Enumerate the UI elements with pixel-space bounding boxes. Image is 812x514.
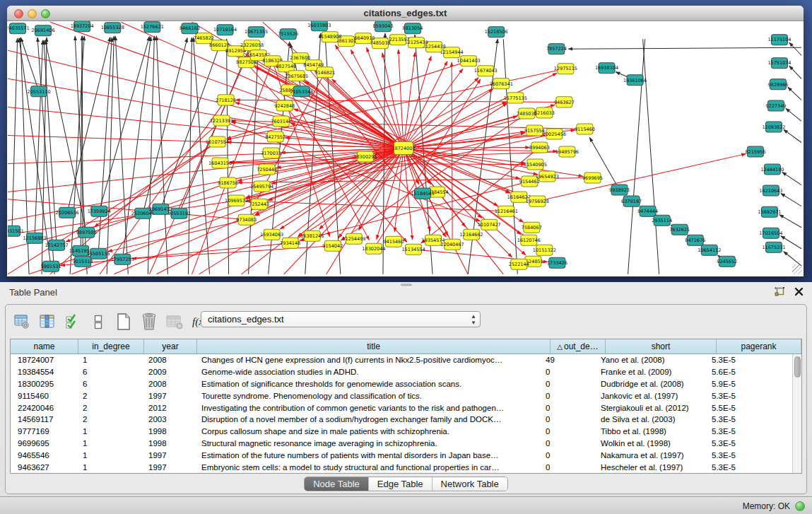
tab-edge-table[interactable]: Edge Table: [369, 477, 433, 491]
column-header-year[interactable]: year: [144, 339, 197, 354]
table-row[interactable]: 1830029562008Estimation of significance …: [11, 378, 792, 390]
graph-node[interactable]: 16210643: [759, 185, 782, 196]
graph-node[interactable]: 9245652: [717, 256, 737, 267]
graph-node[interactable]: 8994063: [529, 142, 550, 153]
graph-node[interactable]: 9157554: [524, 125, 545, 136]
graph-node[interactable]: 5901531: [41, 261, 61, 271]
graph-node[interactable]: 12164662: [460, 229, 483, 240]
graph-node[interactable]: 17016504: [759, 228, 782, 238]
table-row[interactable]: 946362711997Embryonic stem cells: a mode…: [11, 462, 792, 474]
graph-node[interactable]: 15218506: [485, 27, 508, 37]
graph-node[interactable]: 19654923: [536, 171, 559, 182]
close-panel-icon[interactable]: [794, 286, 804, 299]
column-header-in_degree[interactable]: in_degree: [78, 339, 144, 354]
graph-node[interactable]: 18724007: [392, 141, 415, 154]
graph-node[interactable]: 9146821: [314, 67, 335, 78]
graph-node[interactable]: 7250448: [257, 164, 277, 175]
graph-node[interactable]: 16107554: [206, 136, 229, 147]
graph-node[interactable]: 15495794: [250, 181, 273, 192]
tab-network-table[interactable]: Network Table: [433, 477, 507, 491]
merge-rows-button[interactable]: [88, 312, 109, 332]
graph-node[interactable]: 16938104: [595, 63, 618, 74]
graph-node[interactable]: 18937204: [71, 21, 94, 32]
delete-table-button[interactable]: [139, 312, 160, 332]
graph-node[interactable]: 9242848: [274, 100, 295, 111]
graph-node[interactable]: 12975115: [554, 64, 577, 74]
graph-node[interactable]: 10025458: [543, 129, 566, 139]
graph-node[interactable]: 2522144: [509, 259, 529, 269]
graph-node[interactable]: 16033803: [307, 21, 331, 31]
graph-node[interactable]: 1733426: [547, 257, 567, 268]
graph-node[interactable]: 7603144: [271, 116, 291, 127]
graph-node[interactable]: 3170031: [261, 148, 281, 158]
graph-node[interactable]: 7515526: [278, 29, 298, 40]
delete-column-button-disabled[interactable]: [164, 312, 185, 332]
graph-node[interactable]: 15276621: [141, 22, 164, 33]
graph-node[interactable]: 9186756: [218, 177, 238, 188]
graph-node[interactable]: 19756928: [526, 196, 549, 206]
graph-node[interactable]: 9474444: [637, 206, 658, 216]
graph-node[interactable]: 7934148: [280, 238, 300, 248]
graph-node[interactable]: 9897588: [76, 227, 97, 238]
graph-node[interactable]: 18300295: [353, 151, 377, 162]
table-row[interactable]: 1938455462009Genome-wide association stu…: [11, 366, 792, 378]
table-row[interactable]: 946554611997Estimation of the future num…: [11, 450, 792, 462]
graph-node[interactable]: 21053346: [290, 86, 313, 97]
graph-node[interactable]: 22040467: [441, 239, 464, 250]
graph-node[interactable]: 10553191: [167, 208, 191, 218]
table-row[interactable]: 969969511998Structural magnetic resonanc…: [11, 438, 792, 450]
graph-node[interactable]: 10671355: [245, 27, 268, 37]
column-header-title[interactable]: title: [197, 339, 551, 354]
column-header-out_de[interactable]: △out_de…: [551, 339, 606, 354]
graph-node[interactable]: 7632621: [669, 224, 690, 235]
graph-node[interactable]: 15934063: [260, 229, 283, 240]
graph-node[interactable]: 10107427: [478, 219, 501, 230]
graph-node[interactable]: 8593043: [372, 21, 393, 32]
graph-node[interactable]: 19361066: [623, 75, 647, 86]
graph-node[interactable]: 11675331: [762, 242, 785, 252]
graph-node[interactable]: 9829966: [767, 79, 788, 90]
graph-node[interactable]: 20553110: [28, 86, 51, 97]
float-panel-icon[interactable]: [775, 286, 784, 299]
graph-node[interactable]: 15134554: [401, 244, 425, 255]
graph-node[interactable]: 10969570: [225, 195, 248, 206]
select-rows-checks-button[interactable]: [62, 312, 83, 332]
graph-node[interactable]: 9734083: [236, 214, 257, 225]
graph-node[interactable]: 9154042: [322, 240, 343, 251]
graph-node[interactable]: 18302044: [362, 243, 385, 254]
graph-node[interactable]: 11540905: [524, 159, 547, 170]
graph-node[interactable]: 9015318: [73, 256, 93, 267]
table-selector-dropdown[interactable]: citations_edges.txt ▲▼: [201, 311, 481, 327]
graph-node[interactable]: 12156883: [23, 233, 47, 243]
graph-node[interactable]: 10151322: [533, 245, 556, 255]
graph-node[interactable]: 9699695: [582, 173, 603, 183]
graph-node[interactable]: 15775135: [504, 93, 527, 103]
graph-node[interactable]: 16043150: [208, 158, 232, 168]
graph-node[interactable]: 17359924: [88, 206, 111, 216]
graph-node[interactable]: 12444190: [760, 164, 784, 175]
graph-node[interactable]: 7252443: [249, 199, 269, 209]
table-row[interactable]: 911546021997Tourette syndrome. Phenomeno…: [11, 390, 792, 402]
graph-node[interactable]: 10719164: [213, 25, 237, 35]
graph-node[interactable]: 2935114: [652, 215, 672, 226]
table-row[interactable]: 1456911722003Disruption of a novel membe…: [11, 414, 792, 426]
table-row[interactable]: 1872400712008Changes of HCN gene express…: [11, 354, 792, 366]
graph-node[interactable]: 8215956: [745, 146, 765, 157]
graph-node[interactable]: 16076341: [490, 78, 513, 89]
graph-node[interactable]: 7857224: [546, 44, 567, 54]
graph-node[interactable]: 19495796: [555, 146, 579, 157]
graph-node[interactable]: 24035571: [8, 23, 30, 34]
graph-node[interactable]: 15751074: [767, 58, 791, 69]
panel-divider-handle[interactable]: [401, 284, 412, 286]
graph-node[interactable]: 9227349: [765, 100, 786, 111]
graph-node[interactable]: 16381246: [300, 230, 324, 241]
graph-node[interactable]: 11674043: [474, 66, 498, 76]
new-table-button[interactable]: [113, 312, 134, 332]
column-header-pagerank[interactable]: pagerank: [717, 339, 801, 354]
table-row[interactable]: 2242004622012Investigating the contribut…: [11, 402, 792, 414]
graph-node[interactable]: 9415460: [383, 236, 404, 247]
column-header-short[interactable]: short: [606, 339, 717, 354]
graph-node[interactable]: 9463627: [554, 97, 575, 107]
graph-node[interactable]: 2718126: [216, 95, 236, 105]
graph-node[interactable]: 8427552: [265, 132, 286, 142]
